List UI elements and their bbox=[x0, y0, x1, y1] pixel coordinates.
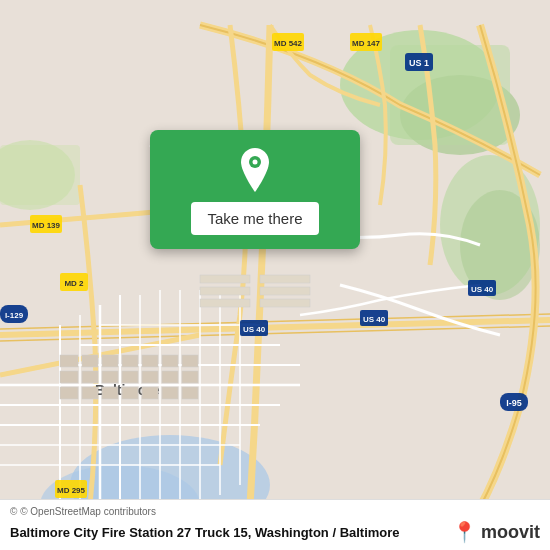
svg-rect-60 bbox=[82, 371, 98, 383]
place-info-row: Baltimore City Fire Station 27 Truck 15,… bbox=[10, 520, 540, 544]
svg-rect-71 bbox=[162, 355, 178, 367]
svg-rect-63 bbox=[122, 371, 138, 383]
svg-rect-74 bbox=[182, 355, 198, 367]
svg-text:US 40: US 40 bbox=[243, 325, 266, 334]
svg-rect-62 bbox=[122, 355, 138, 367]
svg-rect-81 bbox=[200, 299, 250, 307]
svg-text:MD 542: MD 542 bbox=[274, 39, 303, 48]
svg-text:US 1: US 1 bbox=[409, 58, 429, 68]
svg-rect-61 bbox=[102, 371, 118, 383]
svg-rect-80 bbox=[260, 287, 310, 295]
moovit-logo: 📍 moovit bbox=[452, 520, 540, 544]
svg-text:US 40: US 40 bbox=[363, 315, 386, 324]
svg-rect-64 bbox=[142, 355, 158, 367]
svg-rect-65 bbox=[142, 371, 158, 383]
take-me-there-button[interactable]: Take me there bbox=[191, 202, 318, 235]
svg-rect-58 bbox=[102, 355, 118, 367]
svg-rect-70 bbox=[142, 387, 158, 399]
svg-text:MD 2: MD 2 bbox=[64, 279, 84, 288]
svg-rect-69 bbox=[122, 387, 138, 399]
svg-rect-68 bbox=[102, 387, 118, 399]
svg-rect-67 bbox=[82, 387, 98, 399]
moovit-pin-icon: 📍 bbox=[452, 520, 477, 544]
moovit-brand-text: moovit bbox=[481, 522, 540, 543]
copyright-icon: © bbox=[10, 506, 17, 517]
svg-rect-72 bbox=[162, 371, 178, 383]
svg-rect-79 bbox=[200, 287, 250, 295]
navigation-button-card[interactable]: Take me there bbox=[150, 130, 360, 249]
svg-point-84 bbox=[253, 160, 258, 165]
location-pin-icon bbox=[236, 146, 274, 194]
svg-rect-59 bbox=[60, 371, 78, 383]
svg-text:I-95: I-95 bbox=[506, 398, 522, 408]
svg-rect-82 bbox=[260, 299, 310, 307]
map-svg: US 1 MD 542 MD 147 US 40 US 40 I-95 US 4… bbox=[0, 0, 550, 550]
svg-rect-78 bbox=[260, 275, 310, 283]
svg-rect-73 bbox=[162, 387, 178, 399]
svg-rect-7 bbox=[0, 145, 80, 205]
svg-rect-66 bbox=[60, 387, 78, 399]
map-container: US 1 MD 542 MD 147 US 40 US 40 I-95 US 4… bbox=[0, 0, 550, 550]
place-name: Baltimore City Fire Station 27 Truck 15,… bbox=[10, 525, 444, 540]
svg-text:MD 139: MD 139 bbox=[32, 221, 61, 230]
svg-rect-77 bbox=[200, 275, 250, 283]
svg-rect-57 bbox=[82, 355, 98, 367]
map-background: US 1 MD 542 MD 147 US 40 US 40 I-95 US 4… bbox=[0, 0, 550, 550]
svg-text:MD 295: MD 295 bbox=[57, 486, 86, 495]
svg-text:I-129: I-129 bbox=[5, 311, 24, 320]
svg-text:US 40: US 40 bbox=[471, 285, 494, 294]
svg-rect-75 bbox=[182, 371, 198, 383]
info-bar: © © OpenStreetMap contributors Baltimore… bbox=[0, 499, 550, 550]
map-attribution: © © OpenStreetMap contributors bbox=[10, 506, 540, 517]
svg-rect-56 bbox=[60, 355, 78, 367]
svg-text:MD 147: MD 147 bbox=[352, 39, 381, 48]
attribution-text: © OpenStreetMap contributors bbox=[20, 506, 156, 517]
svg-rect-76 bbox=[182, 387, 198, 399]
